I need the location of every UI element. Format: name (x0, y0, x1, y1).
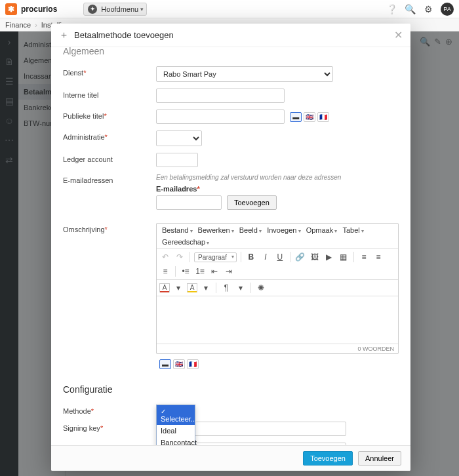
bg-color-icon[interactable]: A (187, 283, 197, 292)
align-left-icon[interactable]: ≡ (358, 251, 370, 263)
editor-menu-opmaak[interactable]: Opmaak (305, 226, 339, 235)
gear-icon[interactable]: ✺ (255, 282, 267, 294)
code-icon[interactable]: ¶ (220, 282, 232, 294)
cancel-button[interactable]: Annuleer (358, 451, 401, 466)
italic-icon[interactable]: I (260, 251, 271, 263)
editor-menu-tabel[interactable]: Tabel (341, 226, 365, 235)
code-dd-icon[interactable]: ▾ (235, 282, 247, 294)
modal-title: Betaalmethode toevoegen (74, 30, 174, 40)
flag-en-icon[interactable]: 🇬🇧 (304, 112, 315, 122)
editor-menu-gereedschap[interactable]: Gereedschap (161, 237, 210, 247)
text-color-dd-icon[interactable]: ▾ (172, 282, 184, 294)
section-config: Configuratie (63, 384, 399, 395)
avatar[interactable]: PA (441, 3, 454, 16)
flag-fr-icon[interactable]: 🇫🇷 (317, 112, 329, 122)
chevron-right-icon: › (35, 21, 37, 29)
crumb-finance[interactable]: Finance (5, 21, 31, 29)
brand: ✱ procurios (5, 3, 57, 15)
editor-textarea[interactable] (157, 296, 398, 344)
table-icon[interactable]: ▦ (338, 251, 349, 263)
editor-menu-bestand[interactable]: Bestand (161, 226, 194, 235)
brand-icon: ✱ (5, 3, 17, 15)
label-signing-key: Signing key (63, 424, 100, 432)
bullet-list-icon[interactable]: •≡ (180, 266, 191, 277)
bg-color-dd-icon[interactable]: ▾ (200, 282, 212, 294)
label-administratie: Administratie (63, 133, 105, 141)
interne-titel-input[interactable] (156, 89, 285, 103)
administratie-select[interactable] (156, 130, 202, 146)
methode-option-bancontact[interactable]: Bancontact (157, 437, 195, 445)
image-icon[interactable]: 🖼 (309, 251, 321, 263)
email-input[interactable] (156, 195, 222, 210)
dienst-select[interactable]: Rabo Smart Pay (156, 66, 333, 82)
desc-flag-nl-icon[interactable]: ▬ (159, 359, 171, 369)
globe-icon: ✦ (88, 5, 97, 14)
paragraph-select[interactable]: Paragraaf (194, 252, 237, 262)
media-icon[interactable]: ▶ (323, 251, 335, 263)
label-dienst: Dienst (63, 69, 83, 77)
outdent-icon[interactable]: ⇤ (209, 266, 220, 277)
close-icon[interactable]: ✕ (394, 29, 403, 41)
link-icon[interactable]: 🔗 (294, 251, 306, 263)
brand-name: procurios (21, 5, 57, 14)
methode-dropdown[interactable]: Selecteer... Ideal Bancontact Credit car… (156, 405, 195, 445)
align-right-icon[interactable]: ≡ (159, 266, 171, 277)
plus-icon: ＋ (59, 29, 69, 41)
editor-menu-beeld[interactable]: Beeld (238, 226, 263, 235)
email-hint: Een betalingsmelding zal verstuurd worde… (156, 174, 399, 181)
search-icon[interactable]: 🔍 (404, 3, 416, 15)
publieke-titel-input[interactable] (156, 109, 285, 124)
underline-icon[interactable]: U (274, 251, 286, 263)
editor-menu-invoegen[interactable]: Invoegen (266, 226, 302, 235)
rich-text-editor: Bestand Bewerken Beeld Invoegen Opmaak T… (156, 223, 399, 354)
label-publieke-titel: Publieke titel (63, 112, 104, 120)
save-button[interactable]: Toevoegen (303, 451, 353, 466)
email-add-button[interactable]: Toevoegen (227, 195, 277, 210)
label-interne-titel: Interne titel (63, 91, 98, 99)
text-color-icon[interactable]: A (159, 283, 170, 292)
redo-icon[interactable]: ↷ (174, 251, 186, 263)
email-sublabel: E-mailadres (156, 185, 197, 193)
label-emailadressen: E-mailadressen (63, 176, 113, 184)
bold-icon[interactable]: B (245, 251, 257, 263)
label-methode: Methode (63, 407, 91, 415)
indent-icon[interactable]: ⇥ (223, 266, 235, 277)
mainmenu-label: Hoofdmenu (101, 5, 138, 13)
align-center-icon[interactable]: ≡ (372, 251, 384, 263)
settings-icon[interactable]: ⚙ (422, 3, 434, 15)
topbar: ✱ procurios ✦ Hoofdmenu ❔ 🔍 ⚙ PA (0, 0, 459, 18)
editor-menu-bewerken[interactable]: Bewerken (197, 226, 235, 235)
label-omschrijving: Omschrijving (63, 226, 105, 233)
ledger-input[interactable] (156, 153, 198, 167)
editor-wordcount: 0 WOORDEN (157, 344, 398, 353)
flag-nl-icon[interactable]: ▬ (290, 112, 302, 122)
mainmenu-button[interactable]: ✦ Hoofdmenu (83, 3, 147, 16)
desc-flag-en-icon[interactable]: 🇬🇧 (173, 359, 185, 369)
modal: ＋ Betaalmethode toevoegen ✕ Algemeen Die… (51, 24, 410, 471)
methode-option-ideal[interactable]: Ideal (157, 425, 195, 437)
methode-option-selecteer[interactable]: Selecteer... (157, 405, 195, 425)
modal-footer: Toevoegen Annuleer (51, 445, 410, 471)
number-list-icon[interactable]: 1≡ (194, 266, 206, 277)
label-ledger: Ledger account (63, 155, 113, 163)
modal-header: ＋ Betaalmethode toevoegen ✕ (51, 24, 410, 47)
help-icon[interactable]: ❔ (386, 3, 397, 15)
section-general: Algemeen (63, 47, 399, 56)
undo-icon[interactable]: ↶ (159, 251, 171, 263)
desc-flag-fr-icon[interactable]: 🇫🇷 (187, 359, 199, 369)
